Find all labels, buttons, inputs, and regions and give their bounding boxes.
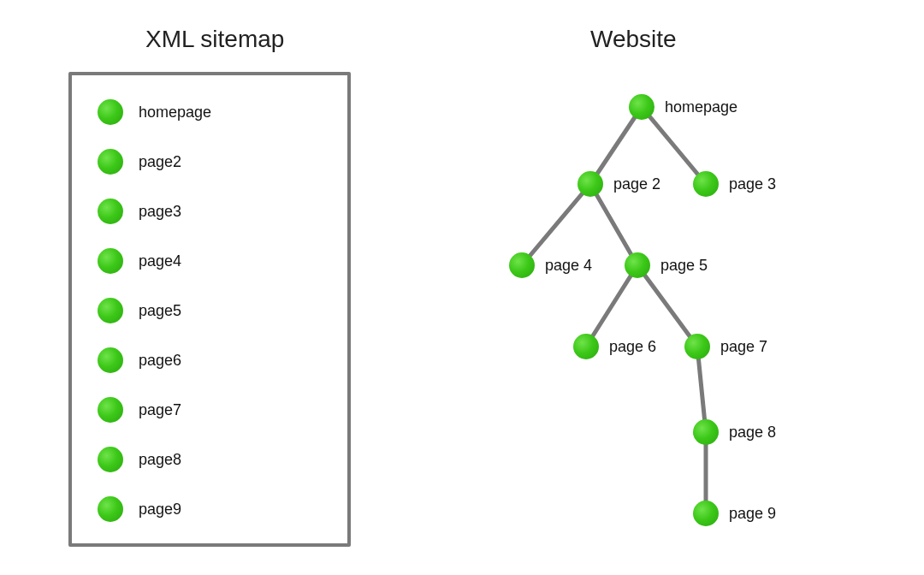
node-dot-icon [98,149,123,175]
tree-node-page3: page 3 [693,171,776,197]
tree-node-page6: page 6 [573,334,656,359]
tree-edges [428,77,907,565]
tree-node-page7: page 7 [684,334,767,359]
sitemap-item: page8 [98,447,181,472]
node-dot-icon [98,347,123,373]
tree-node-page9: page 9 [693,501,776,526]
node-dot-icon [578,171,603,197]
sitemap-item-label: page2 [139,153,181,171]
sitemap-item: homepage [98,99,211,125]
tree-node-label: page 2 [613,175,660,193]
tree-node-label: page 4 [545,257,592,275]
tree-node-label: page 7 [720,338,767,356]
sitemap-item-label: page6 [139,352,181,370]
node-dot-icon [98,298,123,323]
node-dot-icon [573,334,599,359]
node-dot-icon [98,397,123,423]
node-dot-icon [98,447,123,472]
sitemap-item-label: page5 [139,302,181,320]
node-dot-icon [629,94,654,120]
sitemap-container: homepage page2 page3 page4 page5 page6 p… [68,72,351,547]
sitemap-item: page2 [98,149,181,175]
sitemap-item-label: page9 [139,501,181,519]
website-tree: homepage page 2 page 3 page 4 page 5 pag… [428,77,907,556]
tree-node-page2: page 2 [578,171,660,197]
node-dot-icon [98,199,123,224]
tree-node-page8: page 8 [693,419,776,445]
sitemap-item: page6 [98,347,181,373]
sitemap-item-label: page8 [139,451,181,469]
node-dot-icon [509,252,535,278]
tree-node-label: page 9 [729,505,776,523]
tree-node-label: page 6 [609,338,656,356]
tree-node-page4: page 4 [509,252,592,278]
node-dot-icon [693,171,719,197]
tree-node-homepage: homepage [629,94,737,120]
heading-xml-sitemap: XML sitemap [145,26,284,53]
sitemap-item-label: page3 [139,203,181,221]
node-dot-icon [693,419,719,445]
node-dot-icon [625,252,650,278]
node-dot-icon [98,496,123,522]
node-dot-icon [684,334,710,359]
sitemap-item-label: homepage [139,104,211,122]
node-dot-icon [98,99,123,125]
tree-node-label: page 8 [729,424,776,442]
sitemap-item: page4 [98,248,181,274]
sitemap-item: page9 [98,496,181,522]
heading-website: Website [590,26,677,53]
sitemap-item-label: page7 [139,401,181,419]
sitemap-item: page5 [98,298,181,323]
tree-node-page5: page 5 [625,252,708,278]
sitemap-item: page3 [98,199,181,224]
node-dot-icon [693,501,719,526]
tree-node-label: page 5 [660,257,708,275]
sitemap-item-label: page4 [139,252,181,270]
tree-node-label: page 3 [729,175,776,193]
node-dot-icon [98,248,123,274]
sitemap-item: page7 [98,397,181,423]
tree-node-label: homepage [665,98,737,116]
